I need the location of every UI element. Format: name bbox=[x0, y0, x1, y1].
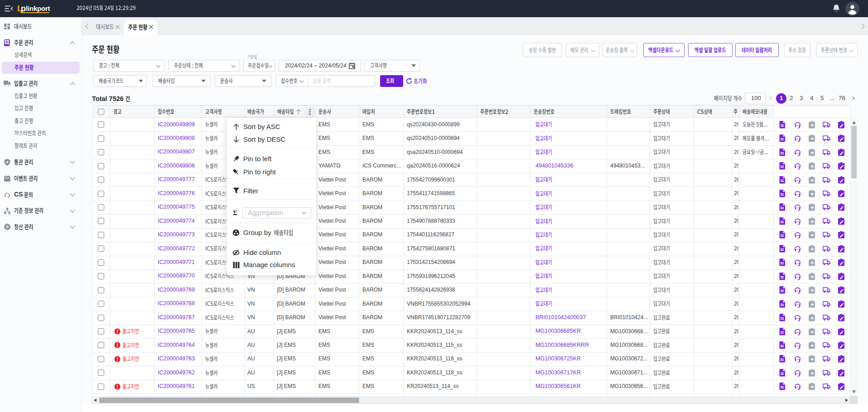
svg-text:S: S bbox=[6, 224, 9, 229]
